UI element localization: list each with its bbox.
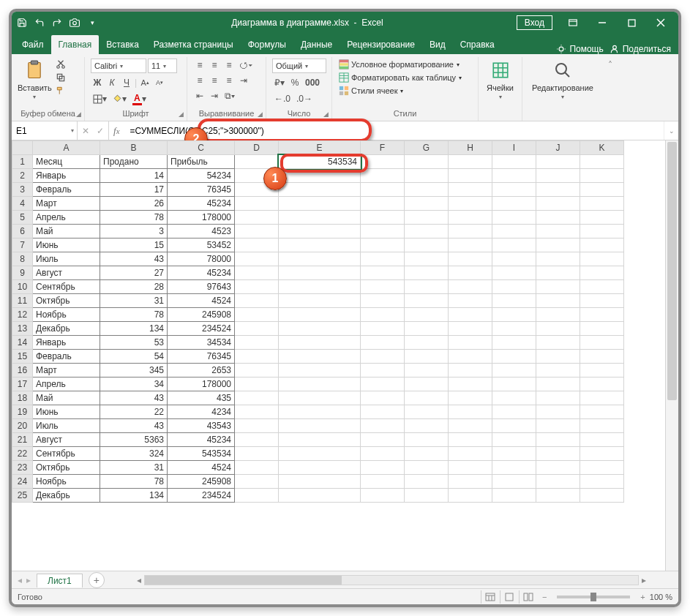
cell[interactable] [492, 252, 536, 266]
cell[interactable] [235, 266, 279, 280]
cell[interactable] [580, 197, 624, 211]
cell[interactable] [492, 336, 536, 350]
cell[interactable] [492, 169, 536, 183]
cell[interactable]: 54234 [168, 169, 235, 183]
page-break-view-button[interactable] [519, 590, 538, 604]
cell[interactable] [235, 294, 279, 308]
cell[interactable] [235, 489, 279, 503]
cell[interactable]: 78 [100, 211, 168, 225]
cell[interactable] [235, 475, 279, 489]
bold-button[interactable]: Ж [91, 76, 104, 89]
format-as-table-button[interactable]: Форматировать как таблицу▾ [338, 72, 462, 83]
cell[interactable] [235, 378, 279, 391]
cell[interactable] [279, 238, 361, 252]
row-header[interactable]: 15 [12, 350, 33, 364]
cell[interactable] [580, 183, 624, 197]
cell[interactable] [361, 238, 405, 252]
tell-me-button[interactable]: Помощь [556, 44, 603, 54]
row-header[interactable]: 9 [12, 266, 33, 280]
cell[interactable] [361, 489, 405, 503]
cell[interactable] [361, 475, 405, 489]
cell[interactable] [279, 447, 361, 461]
cell[interactable]: 53 [100, 336, 168, 350]
cell[interactable] [492, 447, 536, 461]
cell[interactable]: 53452 [168, 238, 235, 252]
italic-button[interactable]: К [105, 76, 119, 89]
cell[interactable] [580, 378, 624, 391]
cell[interactable]: 3 [100, 225, 168, 238]
undo-icon[interactable] [34, 17, 45, 29]
decrease-decimal-icon[interactable]: .0→ [294, 92, 315, 105]
tab-file[interactable]: Файл [15, 35, 51, 54]
cell[interactable] [405, 169, 449, 183]
cell[interactable] [492, 155, 536, 169]
cell[interactable] [536, 252, 580, 266]
cell[interactable] [361, 461, 405, 475]
row-header[interactable]: 7 [12, 238, 33, 252]
cell[interactable] [536, 280, 580, 294]
cell[interactable] [405, 252, 449, 266]
cell[interactable] [580, 266, 624, 280]
cell[interactable]: 234524 [168, 322, 235, 336]
row-header[interactable]: 13 [12, 322, 33, 336]
align-bottom-icon[interactable]: ≡ [222, 59, 236, 72]
cell[interactable] [492, 433, 536, 447]
cell[interactable]: Прибыль [168, 155, 235, 169]
camera-icon[interactable] [69, 17, 80, 29]
cell[interactable] [235, 225, 279, 238]
col-header[interactable]: D [235, 141, 279, 155]
format-painter-icon[interactable] [55, 85, 67, 97]
cell[interactable] [235, 447, 279, 461]
cell[interactable] [279, 197, 361, 211]
cell[interactable] [536, 197, 580, 211]
row-header[interactable]: 22 [12, 447, 33, 461]
cell[interactable] [449, 280, 492, 294]
cell[interactable] [405, 391, 449, 405]
cell[interactable]: 435 [168, 391, 235, 405]
cell[interactable] [361, 447, 405, 461]
cell[interactable] [279, 336, 361, 350]
orientation-icon[interactable]: ⭯▾ [237, 59, 255, 72]
cell[interactable] [492, 461, 536, 475]
cell[interactable] [449, 169, 492, 183]
cell[interactable] [235, 364, 279, 378]
cell[interactable] [536, 391, 580, 405]
cell[interactable] [536, 183, 580, 197]
cell[interactable] [405, 183, 449, 197]
row-header[interactable]: 20 [12, 419, 33, 433]
cell[interactable] [580, 169, 624, 183]
cell[interactable] [449, 405, 492, 419]
cell[interactable]: Май [33, 225, 100, 238]
cell[interactable]: Апрель [33, 211, 100, 225]
cell[interactable] [279, 169, 361, 183]
close-button[interactable] [648, 13, 674, 32]
cell[interactable]: 34534 [168, 336, 235, 350]
cell[interactable]: Апрель [33, 378, 100, 391]
cell[interactable] [361, 225, 405, 238]
cell[interactable] [536, 489, 580, 503]
cell[interactable] [580, 155, 624, 169]
cell[interactable] [492, 294, 536, 308]
cell[interactable] [536, 461, 580, 475]
cell[interactable] [279, 294, 361, 308]
cell[interactable] [405, 378, 449, 391]
cell[interactable] [361, 266, 405, 280]
col-header[interactable]: G [405, 141, 449, 155]
cell[interactable] [536, 308, 580, 322]
cell[interactable]: Март [33, 197, 100, 211]
cell[interactable] [235, 350, 279, 364]
comma-icon[interactable]: 000 [303, 76, 322, 89]
cell[interactable]: 245908 [168, 308, 235, 322]
col-header[interactable]: C [168, 141, 235, 155]
cell[interactable] [405, 238, 449, 252]
cell[interactable] [580, 433, 624, 447]
cell[interactable] [361, 419, 405, 433]
cell[interactable] [449, 364, 492, 378]
cell[interactable] [279, 461, 361, 475]
cell[interactable] [449, 155, 492, 169]
cell[interactable] [361, 183, 405, 197]
cell[interactable] [492, 364, 536, 378]
cell[interactable]: Ноябрь [33, 308, 100, 322]
cell[interactable] [279, 419, 361, 433]
cell[interactable] [536, 405, 580, 419]
